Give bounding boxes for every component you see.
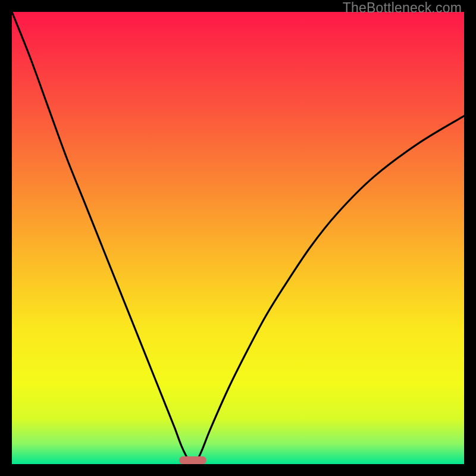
plot-area: [12, 12, 464, 464]
watermark-label: TheBottleneck.com: [343, 0, 462, 16]
chart-frame: TheBottleneck.com: [0, 0, 476, 476]
optimal-marker: [179, 456, 206, 464]
bottleneck-chart: [12, 12, 464, 464]
gradient-background: [12, 12, 464, 464]
